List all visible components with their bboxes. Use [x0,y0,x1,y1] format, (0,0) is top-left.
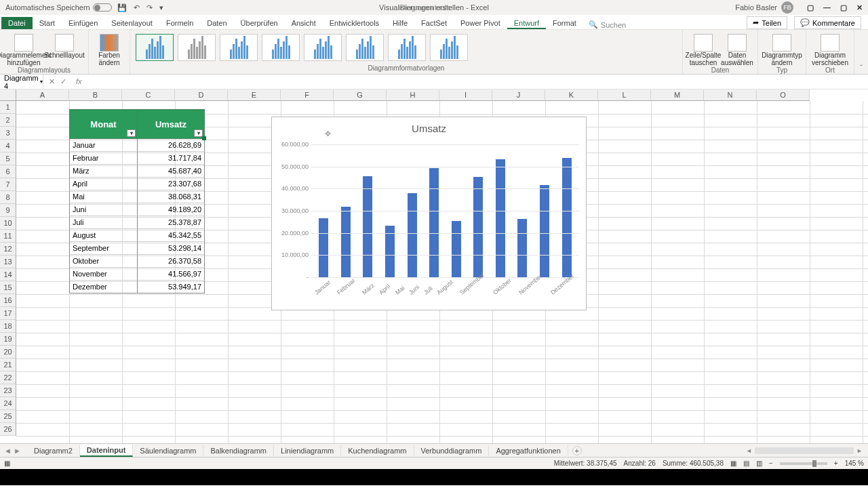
cell-value[interactable]: 45.342,55 [137,229,205,242]
toggle-icon[interactable] [93,3,112,12]
table-row[interactable]: Juni49.189,20 [69,203,205,216]
tell-me-search[interactable]: 🔍 Suchen [589,20,626,29]
sheet-tab[interactable]: Verbunddiagramm [414,445,490,456]
row-header[interactable]: 22 [0,371,16,384]
cancel-formula-icon[interactable]: ✕ [49,77,55,86]
chart-bar[interactable] [319,218,328,277]
chart-style-8[interactable] [430,34,468,61]
cell-month[interactable]: Februar [69,152,137,165]
autosave-toggle[interactable]: Automatisches Speichern [5,3,112,12]
collapse-ribbon-icon[interactable]: ˇ [860,64,863,72]
tab-power pivot[interactable]: Power Pivot [454,17,507,29]
column-header[interactable]: F [281,89,334,101]
share-button[interactable]: ➦Teilen [747,16,787,29]
tab-daten[interactable]: Daten [200,17,233,29]
save-icon[interactable]: 💾 [117,3,127,12]
row-header[interactable]: 16 [0,294,16,307]
tab-formeln[interactable]: Formeln [159,17,200,29]
row-header[interactable]: 25 [0,410,16,423]
chart-style-2[interactable] [178,34,216,61]
close-icon[interactable]: ✕ [856,3,863,12]
column-header[interactable]: N [704,89,757,101]
change-chart-type-button[interactable]: Diagrammtyp ändern [764,34,800,66]
table-row[interactable]: Februar31.717,84 [69,152,205,165]
enter-formula-icon[interactable]: ✓ [60,77,66,86]
cell-month[interactable]: August [69,229,137,242]
row-header[interactable]: 26 [0,423,16,436]
select-data-button[interactable]: Daten auswählen [722,34,752,66]
chart-bar[interactable] [408,193,417,277]
row-header[interactable]: 4 [0,140,16,152]
selection-handle-icon[interactable] [202,136,206,140]
comments-button[interactable]: 💬Kommentare [794,16,861,29]
row-header[interactable]: 17 [0,307,16,320]
sheet-tab[interactable]: Balkendiagramm [203,445,274,456]
sheet-tab[interactable]: Kuchendiagramm [341,445,414,456]
normal-view-icon[interactable]: ▦ [730,460,736,467]
chart-title[interactable]: Umsatz [272,117,586,134]
tab-factset[interactable]: FactSet [414,17,454,29]
chart-style-3[interactable] [220,34,258,61]
row-header[interactable]: 6 [0,165,16,178]
chart-bar[interactable] [496,159,505,277]
sheet-tab[interactable]: Säulendiagramm [133,445,203,456]
row-header[interactable]: 10 [0,217,16,230]
column-header[interactable]: E [228,89,281,101]
sheet-tab[interactable]: Aggregatfunktionen [489,445,568,456]
cell-value[interactable]: 25.378,87 [137,216,205,229]
cell-value[interactable]: 38.068,31 [137,190,205,203]
maximize-icon[interactable]: ▢ [840,3,847,12]
chart-bar[interactable] [473,177,483,277]
filter-dropdown-icon[interactable]: ▾ [127,129,136,137]
tab-file[interactable]: Datei [1,17,33,29]
row-header[interactable]: 5 [0,152,16,165]
chart-bar[interactable] [517,219,527,277]
cell-mode-icon[interactable]: ▦ [4,460,10,467]
table-row[interactable]: März45.687,40 [69,165,205,178]
cell-month[interactable]: Januar [69,139,137,152]
chart-bar[interactable] [429,168,439,277]
zoom-level[interactable]: 145 % [845,460,864,467]
chart-style-4[interactable] [262,34,300,61]
chart-bar[interactable] [341,207,351,277]
row-header[interactable]: 9 [0,204,16,217]
hscroll-right-icon[interactable]: ► [856,447,863,454]
chart-bar[interactable] [363,176,372,277]
row-header[interactable]: 11 [0,230,16,243]
select-all-corner[interactable] [0,89,16,101]
cell-value[interactable]: 26.628,69 [137,139,205,152]
cell-month[interactable]: Oktober [69,255,137,268]
cell-value[interactable]: 53.949,17 [137,281,205,293]
sheet-tab[interactable]: Diagramm2 [27,445,80,456]
cell-month[interactable]: Juli [69,216,137,229]
row-header[interactable]: 20 [0,346,16,359]
page-break-view-icon[interactable]: ▥ [756,460,762,467]
table-row[interactable]: Oktober26.370,58 [69,255,205,268]
cell-value[interactable]: 41.566,97 [137,268,205,281]
cell-value[interactable]: 31.717,84 [137,152,205,165]
quick-layout-button[interactable]: Schnelllayout [46,34,83,60]
ribbon-options-icon[interactable]: ▢ [807,3,814,12]
name-box[interactable]: Diagramm 4▾ [0,75,43,89]
column-header[interactable]: G [334,89,387,101]
chart-bar[interactable] [452,221,461,277]
row-header[interactable]: 3 [0,127,16,140]
row-header[interactable]: 24 [0,397,16,410]
add-sheet-button[interactable]: + [572,446,582,455]
tab-hilfe[interactable]: Hilfe [386,17,414,29]
table-row[interactable]: November41.566,97 [69,268,205,281]
row-header[interactable]: 8 [0,191,16,204]
cell-value[interactable]: 26.370,58 [137,255,205,268]
column-header[interactable]: L [598,89,651,101]
column-header[interactable]: O [757,89,810,101]
hscroll-left-icon[interactable]: ◄ [746,447,752,454]
cell-month[interactable]: November [69,268,137,281]
cell-value[interactable]: 45.687,40 [137,165,205,178]
horizontal-scrollbar[interactable] [755,447,854,454]
row-header[interactable]: 12 [0,243,16,256]
sheet-tab[interactable]: Liniendiagramm [274,445,341,456]
tab-ansicht[interactable]: Ansicht [285,17,323,29]
embedded-chart[interactable]: ✥ Umsatz -10.000,0020.000,0030.000,0040.… [271,117,587,310]
zoom-slider[interactable] [780,462,827,465]
tab-seitenlayout[interactable]: Seitenlayout [104,17,159,29]
